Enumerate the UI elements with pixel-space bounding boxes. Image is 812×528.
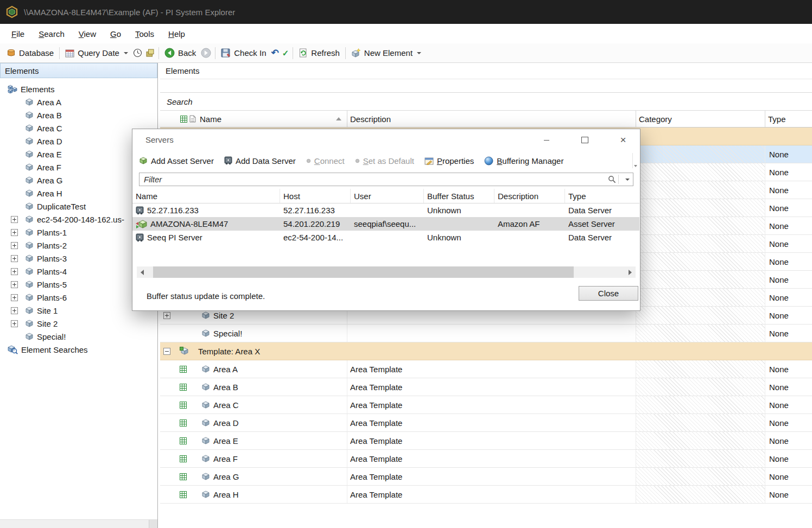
menu-help[interactable]: Help [161, 26, 192, 42]
cell-type: None [769, 490, 789, 499]
horizontal-scrollbar[interactable] [137, 266, 636, 278]
column-header-name[interactable]: Name [132, 189, 280, 203]
maximize-button[interactable] [579, 134, 591, 146]
filter-input[interactable] [139, 175, 608, 184]
server-row-seeq-pi-server[interactable]: Seeq PI Server ec2-54-200-14... Unknown … [132, 231, 639, 244]
tree-item-special[interactable]: Special! [0, 330, 157, 343]
column-header-type[interactable]: Type [765, 111, 812, 127]
cell-type: None [769, 203, 789, 213]
tree-item-area-b[interactable]: Area B [0, 109, 157, 122]
cell-category [636, 181, 765, 199]
scroll-right-icon[interactable] [625, 266, 636, 278]
tree-root-elements[interactable]: Elements [0, 82, 157, 96]
expand-icon[interactable] [11, 255, 18, 262]
database-button[interactable]: Database [3, 46, 57, 61]
column-header-user[interactable]: User [351, 189, 424, 203]
column-header-description[interactable]: Description [347, 111, 636, 127]
cell-category [636, 325, 765, 342]
scroll-left-icon[interactable] [137, 266, 148, 278]
search-icon[interactable] [608, 175, 616, 183]
table-row-area-e[interactable]: Area EArea TemplateNone [160, 432, 812, 450]
table-row-area-g[interactable]: Area GArea TemplateNone [160, 468, 812, 486]
expand-icon[interactable] [11, 294, 18, 301]
table-row-area-c[interactable]: Area CArea TemplateNone [160, 396, 812, 414]
sidebar-horizontal-scrollbar[interactable] [0, 519, 157, 528]
back-button[interactable]: Back [161, 46, 199, 61]
cell-type: Asset Server [565, 217, 639, 231]
cell-type: Data Server [565, 231, 639, 244]
table-row-area-b[interactable]: Area BArea TemplateNone [160, 378, 812, 396]
expand-icon[interactable] [11, 281, 18, 288]
tree-item-element-searches[interactable]: Element Searches [0, 343, 157, 356]
column-header-host[interactable]: Host [280, 189, 351, 203]
query-date-dropdown-icon[interactable] [124, 52, 128, 54]
new-element-dropdown-icon[interactable] [417, 52, 421, 54]
column-header-description[interactable]: Description [494, 189, 565, 203]
menu-file[interactable]: File [4, 26, 31, 42]
menu-tools[interactable]: Tools [128, 26, 161, 42]
cell-category [636, 360, 765, 378]
expand-icon[interactable] [11, 307, 18, 314]
filter-box[interactable] [139, 173, 633, 186]
cell-host: 54.201.220.219 [280, 217, 351, 231]
servers-table: Name Host User Buffer Status Description… [132, 189, 639, 244]
collapse-icon[interactable] [163, 348, 170, 355]
new-element-label: New Element [364, 48, 413, 58]
server-row-52-27-116-233[interactable]: 52.27.116.233 52.27.116.233 Unknown Data… [132, 203, 639, 217]
expand-icon[interactable] [11, 229, 18, 236]
column-header-label: Description [350, 114, 391, 124]
column-header-category[interactable]: Category [636, 111, 765, 127]
filter-dropdown-icon[interactable] [625, 179, 630, 181]
tree-item-site-2[interactable]: Site 2 [0, 317, 157, 330]
properties-button[interactable]: Properties [424, 156, 474, 166]
column-header-buffer-status[interactable]: Buffer Status [424, 189, 494, 203]
buffer-status-message: Buffer status update is complete. [147, 291, 265, 301]
table-row-area-h[interactable]: Area HArea TemplateNone [160, 486, 812, 504]
cell-name: Area A [213, 365, 238, 374]
scrollbar-thumb[interactable] [153, 266, 574, 278]
close-icon[interactable]: × [617, 134, 629, 146]
close-button[interactable]: Close [579, 286, 638, 301]
new-element-button[interactable]: New Element [348, 46, 424, 61]
expand-icon[interactable] [163, 312, 170, 319]
column-header-type[interactable]: Type [565, 189, 639, 203]
calendar-icon [65, 49, 74, 58]
minimize-button[interactable] [541, 134, 553, 146]
table-row-area-d[interactable]: Area DArea TemplateNone [160, 414, 812, 432]
menu-search[interactable]: Search [31, 26, 72, 42]
search-panel[interactable]: Search [160, 92, 812, 111]
expand-icon[interactable] [11, 242, 18, 249]
connect-button[interactable]: Connect [306, 156, 345, 166]
table-row-special[interactable]: Special! None [160, 325, 812, 342]
element-cube-icon [25, 98, 34, 106]
undo-checkout-button[interactable]: ↶ [269, 46, 280, 61]
elements-root-icon [8, 85, 17, 93]
tree-item-label: Area C [37, 124, 62, 133]
table-row-area-f[interactable]: Area FArea TemplateNone [160, 450, 812, 468]
query-date-button[interactable]: Query Date [62, 46, 131, 61]
toolbar-overflow-scrollbar[interactable] [632, 153, 638, 168]
layers-button[interactable] [144, 46, 156, 61]
refresh-button[interactable]: Refresh [295, 46, 343, 61]
group-header-template-area-x[interactable]: Template: Area X [160, 342, 812, 360]
tree-item-label: Area D [37, 137, 62, 146]
expand-icon[interactable] [11, 268, 18, 275]
expand-icon[interactable] [11, 320, 18, 327]
cell-name: Area G [213, 472, 239, 481]
apply-button[interactable]: ✓ [281, 46, 291, 61]
check-in-button[interactable]: Check In [218, 46, 269, 61]
add-data-server-button[interactable]: Add Data Server [224, 156, 296, 166]
expand-icon[interactable] [11, 216, 18, 223]
time-context-button[interactable] [131, 46, 144, 61]
tree-item-area-a[interactable]: Area A [0, 96, 157, 109]
tree-item-label: Plants-2 [37, 241, 67, 250]
add-asset-server-button[interactable]: Add Asset Server [139, 156, 214, 166]
server-row-amazona-8le4m47[interactable]: AMAZONA-8LE4M47 54.201.220.219 seeqpiaf\… [132, 217, 639, 231]
buffering-manager-button[interactable]: Buffering Manager [484, 156, 563, 166]
set-as-default-button[interactable]: Set as Default [355, 156, 414, 166]
menu-go[interactable]: Go [103, 26, 128, 42]
menu-view[interactable]: View [72, 26, 103, 42]
table-row-area-a[interactable]: Area AArea TemplateNone [160, 360, 812, 378]
column-header-name[interactable]: Name [197, 111, 347, 127]
forward-button[interactable] [199, 46, 213, 61]
